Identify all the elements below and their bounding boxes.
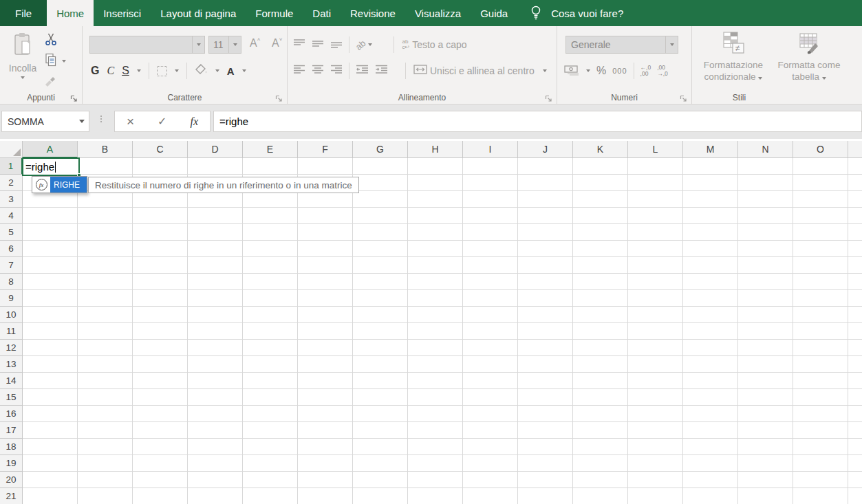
accounting-dropdown-icon[interactable] — [586, 69, 590, 72]
cell-K9[interactable] — [573, 290, 628, 307]
cell-J7[interactable] — [518, 257, 573, 274]
cell-A5[interactable] — [23, 224, 78, 241]
cell-H7[interactable] — [408, 257, 463, 274]
cell-A11[interactable] — [23, 323, 78, 340]
cell-E5[interactable] — [243, 224, 298, 241]
cell-N16[interactable] — [738, 406, 793, 422]
cell-C10[interactable] — [133, 307, 188, 323]
cell-K8[interactable] — [573, 274, 628, 290]
cell-J10[interactable] — [518, 307, 573, 323]
cell-N4[interactable] — [738, 208, 793, 224]
cell-C20[interactable] — [133, 472, 188, 488]
cell-K2[interactable] — [573, 175, 628, 191]
cell-M15[interactable] — [683, 389, 738, 406]
cell-H21[interactable] — [408, 488, 463, 504]
cell-L11[interactable] — [628, 323, 683, 340]
cell-D6[interactable] — [188, 241, 243, 257]
cell-O15[interactable] — [793, 389, 848, 406]
column-header-G[interactable]: G — [353, 141, 408, 158]
cell-B17[interactable] — [78, 422, 133, 439]
cell-O12[interactable] — [793, 340, 848, 356]
cell-J6[interactable] — [518, 241, 573, 257]
cell-N5[interactable] — [738, 224, 793, 241]
cell-M21[interactable] — [683, 488, 738, 504]
row-header-6[interactable]: 6 — [0, 241, 23, 257]
cell-L20[interactable] — [628, 472, 683, 488]
cell-C9[interactable] — [133, 290, 188, 307]
cell-D5[interactable] — [188, 224, 243, 241]
cell-H4[interactable] — [408, 208, 463, 224]
cell-G5[interactable] — [353, 224, 408, 241]
cell-J21[interactable] — [518, 488, 573, 504]
select-all-corner[interactable] — [0, 141, 23, 158]
cell-N10[interactable] — [738, 307, 793, 323]
cell-partial-7[interactable] — [848, 257, 862, 274]
format-as-table-button[interactable]: Formatta come tabella — [771, 30, 848, 83]
row-header-5[interactable]: 5 — [0, 224, 23, 241]
cell-D14[interactable] — [188, 373, 243, 389]
conditional-formatting-button[interactable]: ≠ Formattazione condizionale — [695, 30, 772, 83]
cell-M19[interactable] — [683, 455, 738, 472]
cell-B7[interactable] — [78, 257, 133, 274]
cell-partial-3[interactable] — [848, 191, 862, 208]
cell-G15[interactable] — [353, 389, 408, 406]
cell-partial-12[interactable] — [848, 340, 862, 356]
menu-tab-inserisci[interactable]: Inserisci — [94, 0, 151, 26]
cell-G3[interactable] — [353, 191, 408, 208]
cell-B3[interactable] — [78, 191, 133, 208]
cell-K1[interactable] — [573, 158, 628, 175]
cell-L7[interactable] — [628, 257, 683, 274]
cell-A18[interactable] — [23, 439, 78, 455]
number-format-combo[interactable]: Generale — [565, 36, 678, 54]
row-header-18[interactable]: 18 — [0, 439, 23, 455]
cell-N7[interactable] — [738, 257, 793, 274]
cell-E9[interactable] — [243, 290, 298, 307]
cell-I16[interactable] — [463, 406, 518, 422]
menu-tab-visualizza[interactable]: Visualizza — [405, 0, 471, 26]
row-header-19[interactable]: 19 — [0, 455, 23, 472]
menu-tab-layout-di-pagina[interactable]: Layout di pagina — [151, 0, 246, 26]
cell-G17[interactable] — [353, 422, 408, 439]
column-header-D[interactable]: D — [188, 141, 243, 158]
cell-H11[interactable] — [408, 323, 463, 340]
cell-K16[interactable] — [573, 406, 628, 422]
cell-B18[interactable] — [78, 439, 133, 455]
cell-I5[interactable] — [463, 224, 518, 241]
numeri-dialog-launcher-icon[interactable] — [680, 93, 688, 101]
cell-partial-8[interactable] — [848, 274, 862, 290]
column-header-C[interactable]: C — [133, 141, 188, 158]
cell-E3[interactable] — [243, 191, 298, 208]
cell-A20[interactable] — [23, 472, 78, 488]
cell-O13[interactable] — [793, 356, 848, 373]
cell-I17[interactable] — [463, 422, 518, 439]
cell-F16[interactable] — [298, 406, 353, 422]
cell-M1[interactable] — [683, 158, 738, 175]
cell-L18[interactable] — [628, 439, 683, 455]
column-header-J[interactable]: J — [518, 141, 573, 158]
cell-A17[interactable] — [23, 422, 78, 439]
cell-A4[interactable] — [23, 208, 78, 224]
cell-G16[interactable] — [353, 406, 408, 422]
cell-N17[interactable] — [738, 422, 793, 439]
percent-style-button[interactable]: % — [596, 65, 606, 77]
underline-button[interactable]: S — [122, 65, 129, 77]
row-header-3[interactable]: 3 — [0, 191, 23, 208]
column-header-E[interactable]: E — [243, 141, 298, 158]
cell-L4[interactable] — [628, 208, 683, 224]
cell-E18[interactable] — [243, 439, 298, 455]
cell-partial-10[interactable] — [848, 307, 862, 323]
cell-N6[interactable] — [738, 241, 793, 257]
cell-D9[interactable] — [188, 290, 243, 307]
cell-L17[interactable] — [628, 422, 683, 439]
cell-K7[interactable] — [573, 257, 628, 274]
row-header-12[interactable]: 12 — [0, 340, 23, 356]
column-header-H[interactable]: H — [408, 141, 463, 158]
cell-K15[interactable] — [573, 389, 628, 406]
increase-decimal-icon[interactable]: ←,0,00 — [640, 65, 651, 77]
cell-E11[interactable] — [243, 323, 298, 340]
cell-H17[interactable] — [408, 422, 463, 439]
cell-F21[interactable] — [298, 488, 353, 504]
cell-partial-15[interactable] — [848, 389, 862, 406]
column-header-B[interactable]: B — [78, 141, 133, 158]
cell-I4[interactable] — [463, 208, 518, 224]
